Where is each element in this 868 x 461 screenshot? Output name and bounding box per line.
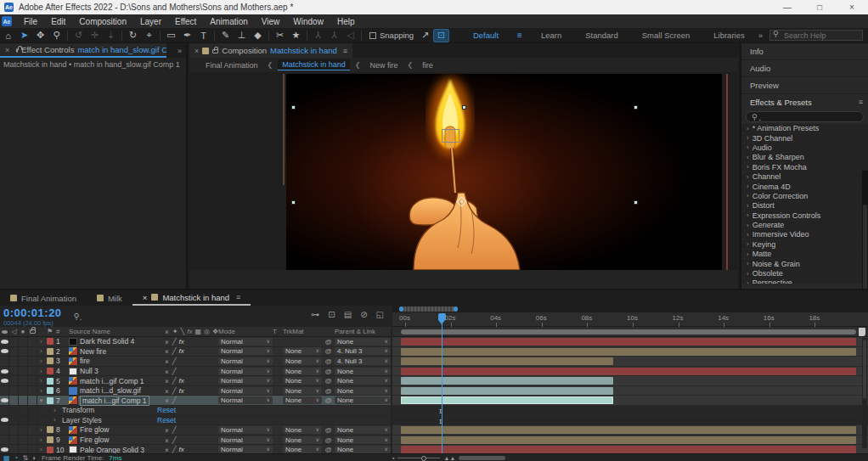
collapse-transform-icon[interactable]: ⌅ [164,396,170,404]
camera-tool[interactable]: ⌖ [141,29,157,42]
trkmat-dropdown[interactable]: None∨ [283,426,322,434]
layer-row-6[interactable]: ›6match i...d_slow.gif⌅╱fxNormal∨None∨@N… [0,386,391,396]
collapse-transform-icon[interactable]: ⌅ [164,377,170,385]
workspace-default[interactable]: Default [461,31,510,40]
visibility-toggle[interactable] [0,406,9,415]
snapping-checkbox[interactable] [369,32,376,39]
twirl-icon[interactable]: › [747,143,749,151]
parent-dropdown[interactable]: None∨ [335,446,391,453]
layer-duration-bar[interactable] [401,426,856,434]
expand-arrow-icon[interactable]: › [37,378,45,384]
draft3d-icon[interactable]: ⊡ [328,310,335,319]
composition-tab[interactable]: × Composition Matchstick in hand ≡ [189,43,352,58]
close-tab-icon[interactable]: × [194,47,199,55]
close-tab-icon[interactable]: × [5,46,9,54]
expand-arrow-icon[interactable]: › [37,358,45,364]
audio-toggle[interactable] [9,337,19,346]
lock-toggle[interactable] [28,386,37,396]
collapse-transform-icon[interactable]: ⌅ [164,387,170,395]
quality-icon[interactable]: ╱ [172,347,177,355]
puppet-pin-tool[interactable]: ★ [288,29,304,42]
effects-category-obsolete[interactable]: ›Obsolete [741,269,868,278]
zoom-tool[interactable]: ⚲ [48,29,65,42]
label-color-swatch[interactable] [47,397,54,404]
mode-dropdown[interactable]: Normal∨ [218,357,273,365]
current-time-block[interactable]: 0:00:01:20 00044 (24.00 fps) [0,306,65,327]
effects-category-generate[interactable]: ›Generate [741,221,868,230]
trkmat-dropdown[interactable]: None∨ [283,357,322,365]
visibility-toggle[interactable] [0,386,9,396]
collapse-transform-icon[interactable]: ⌅ [164,357,170,365]
collapse-transform-icon[interactable]: ⌅ [164,426,170,434]
maximize-button[interactable]: □ [803,0,836,14]
parent-dropdown[interactable]: None∨ [335,387,391,395]
effects-presets-search[interactable]: ⚲‸ [746,111,864,122]
trkmat-dropdown[interactable]: None∨ [283,377,322,385]
twirl-icon[interactable]: › [747,202,749,210]
selection-handle[interactable] [291,200,296,205]
mask-feather-tool[interactable]: ⅄ [310,29,326,42]
trkmat-dropdown[interactable]: None∨ [283,396,322,404]
fx-badge[interactable]: fx [179,338,184,346]
mode-dropdown[interactable]: Normal∨ [218,377,273,385]
parent-dropdown[interactable]: None∨ [335,338,391,346]
twirl-icon[interactable]: › [747,211,749,219]
layer-name[interactable]: match i...gif Comp 1 [80,377,144,385]
layer-name[interactable]: Fire glow [80,436,109,444]
timeline-navigator[interactable] [392,306,868,312]
pickwhip-icon[interactable]: @ [322,377,335,385]
layer-name[interactable]: match i...gif Comp 1 [80,396,149,406]
twirl-icon[interactable]: › [747,173,749,181]
brush-tool[interactable]: ✎ [217,29,234,42]
audio-toggle[interactable] [9,436,19,445]
zoom-slider-knob[interactable] [421,456,426,461]
layer-duration-bar[interactable] [401,357,613,365]
composition-canvas[interactable] [286,74,722,270]
effect-controls-tab[interactable]: × Effect Controls match in hand_slow.gif… [0,43,166,58]
panel-menu-icon[interactable]: ≡ [859,98,863,106]
parent-dropdown[interactable]: 4. Null 3∨ [335,357,391,365]
twirl-icon[interactable]: › [747,279,749,284]
expand-arrow-icon[interactable]: › [37,368,45,374]
speaker-icon[interactable]: ◗ [32,454,37,461]
menu-edit[interactable]: Edit [44,14,72,28]
selection-handle[interactable] [462,105,466,110]
workspace-standard[interactable]: Standard [573,31,630,40]
type-tool[interactable]: T [195,29,211,42]
mode-dropdown[interactable]: Normal∨ [218,368,273,375]
close-tab-icon[interactable]: × [143,293,148,302]
fx-badge[interactable]: fx [179,446,184,453]
lock-toggle[interactable] [28,425,37,435]
pickwhip-icon[interactable]: @ [322,368,335,375]
audio-toggle[interactable] [9,357,19,366]
comp-marker-bin-icon[interactable] [859,328,865,336]
effects-category-blur-sharpen[interactable]: ›Blur & Sharpen [741,153,868,162]
selection-handle[interactable] [634,105,638,110]
twirl-icon[interactable]: › [747,240,749,248]
expand-arrow-icon[interactable]: ▾ [37,397,45,404]
timeline-tab-matchstick-in-hand[interactable]: ×Matchstick in hand≡ [132,290,251,306]
workspace-learn[interactable]: Learn [529,31,573,40]
layer-row-9[interactable]: ›9Fire glow⌅╱Normal∨None∨@None∨ [0,436,391,446]
breadcrumb-new-fire[interactable]: New fire [366,60,403,70]
audio-toggle[interactable] [9,347,19,357]
parent-dropdown[interactable]: None∨ [335,426,391,434]
layer-duration-bar[interactable] [401,338,856,346]
solo-toggle[interactable] [19,386,28,396]
quality-icon[interactable]: ╱ [172,338,177,346]
parent-dropdown[interactable]: None∨ [335,436,391,444]
sync-settings-icon[interactable]: ◔ [14,454,19,461]
pen-tool[interactable]: ✒ [179,29,195,42]
solo-toggle[interactable] [19,376,28,385]
audio-toggle[interactable] [9,425,19,435]
selection-handle[interactable] [291,105,296,110]
layer-duration-bar[interactable] [401,368,856,375]
lasso-tool[interactable]: ◁ [342,29,358,42]
label-color-swatch[interactable] [47,436,54,443]
parent-dropdown[interactable]: None∨ [335,396,391,404]
composition-viewer[interactable] [189,72,738,270]
effects-presets-header[interactable]: Effects & Presets ≡ [741,94,868,110]
menu-composition[interactable]: Composition [72,14,133,28]
layer-name[interactable]: New fire [80,347,106,356]
solo-toggle[interactable] [19,425,28,435]
